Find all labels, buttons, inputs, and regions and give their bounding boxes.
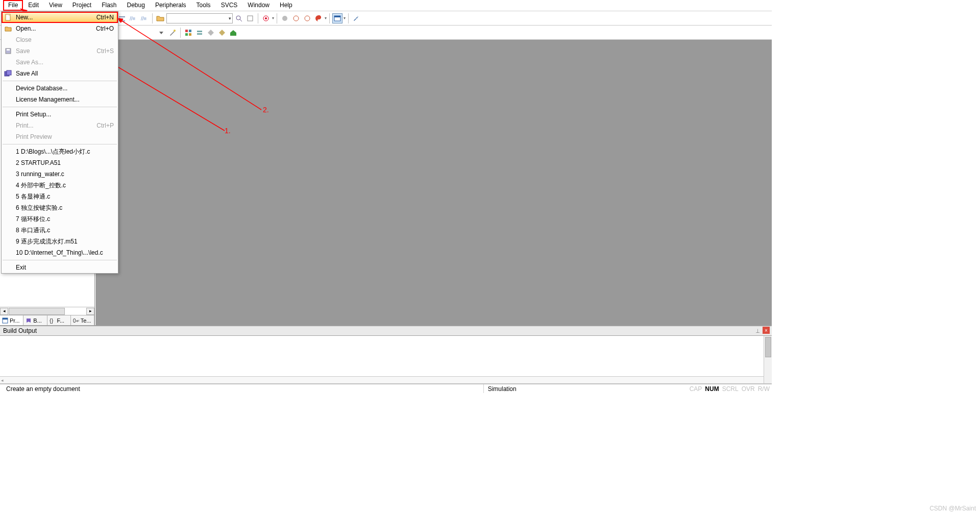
pin-icon[interactable]: ⟂ [756, 327, 760, 334]
blank-icon [4, 204, 13, 212]
find-combo[interactable]: ▾ [166, 13, 233, 23]
braces-icon: {} [50, 317, 56, 324]
tab-label: B... [33, 317, 42, 324]
folder-icon[interactable] [155, 13, 165, 23]
outdent-icon[interactable] [117, 13, 127, 23]
menu-item-label: 2 STARTUP.A51 [16, 159, 111, 166]
menu-project[interactable]: Project [67, 0, 96, 11]
file-menu-item[interactable]: 4 外部中断_控数.c [2, 180, 118, 191]
svg-rect-10 [334, 16, 340, 17]
file-menu-item[interactable]: Open...Ctrl+O [2, 23, 118, 34]
menu-peripherals[interactable]: Peripherals [150, 0, 191, 11]
stack-icon[interactable] [194, 28, 205, 38]
file-menu-item[interactable]: Device Database... [2, 83, 118, 94]
file-menu-item[interactable]: Exit [2, 262, 118, 273]
comment-icon[interactable]: //≡ [128, 13, 138, 23]
menu-help[interactable]: Help [275, 0, 298, 11]
svg-rect-3 [248, 16, 253, 21]
svg-point-11 [174, 30, 176, 32]
menu-item-label: Save As... [16, 59, 111, 66]
blank-icon [4, 181, 13, 189]
menu-item-label: 4 外部中断_控数.c [16, 181, 111, 190]
close-panel-icon[interactable]: × [763, 327, 770, 334]
find-in-files-icon[interactable] [245, 13, 255, 23]
tab-label: Pr... [10, 317, 20, 324]
sidebar-tab[interactable]: Pr... [0, 315, 23, 325]
sidebar-tab[interactable]: 0↵Te... [71, 315, 94, 325]
file-menu-item[interactable]: 7 循环移位.c [2, 213, 118, 225]
status-hint: Create an empty document [2, 384, 481, 393]
breakpoint3-icon[interactable] [302, 13, 312, 23]
svg-rect-15 [189, 33, 191, 36]
svg-point-2 [236, 16, 240, 20]
openfolder-icon [4, 25, 13, 33]
file-menu-item[interactable]: 5 各显神通.c [2, 191, 118, 202]
menu-item-label: Save [16, 47, 93, 55]
scroll-left-icon[interactable]: ◂ [0, 308, 8, 315]
blank-icon [4, 170, 13, 178]
sidebar-horizontal-scroll[interactable]: ◂ ▸ [0, 307, 94, 315]
sidebar-tab[interactable]: B... [23, 315, 47, 325]
diamond2-icon[interactable] [217, 28, 227, 38]
breakpoint2-icon[interactable] [291, 13, 301, 23]
svg-rect-24 [7, 49, 10, 51]
breakpoint1-icon[interactable] [280, 13, 290, 23]
menu-item-label: New... [16, 14, 93, 21]
svg-text:0↵: 0↵ [73, 318, 79, 324]
file-menu-item[interactable]: 6 独立按键实验.c [2, 202, 118, 213]
house-icon[interactable] [228, 28, 238, 38]
status-ovr: OVR [742, 385, 755, 393]
annotation-2: 2. [263, 106, 269, 114]
svg-point-8 [305, 16, 310, 21]
blank-icon [4, 237, 13, 246]
panel-vertical-scroll[interactable] [764, 336, 772, 383]
scroll-right-icon[interactable]: ▸ [86, 308, 94, 315]
wrench-icon[interactable] [351, 13, 361, 23]
file-menu-item[interactable]: License Management... [2, 94, 118, 105]
status-mode: Simulation [483, 384, 688, 393]
file-menu-item[interactable]: New...Ctrl+N [2, 12, 118, 23]
file-menu-item[interactable]: 8 串口通讯.c [2, 225, 118, 236]
menu-item-shortcut: Ctrl+P [96, 122, 114, 129]
file-menu-item[interactable]: 3 running_water.c [2, 168, 118, 180]
menu-svcs[interactable]: SVCS [216, 0, 243, 11]
debug-icon[interactable] [261, 13, 271, 23]
status-cap: CAP [690, 385, 702, 393]
menu-file[interactable]: File [3, 0, 23, 11]
file-menu-item[interactable]: Save All [2, 68, 118, 79]
svg-point-5 [265, 17, 267, 19]
find-icon[interactable] [234, 13, 244, 23]
file-menu-item[interactable]: Print Setup... [2, 109, 118, 120]
file-menu-item[interactable]: 2 STARTUP.A51 [2, 157, 118, 168]
wand-icon[interactable] [167, 28, 178, 38]
menu-edit[interactable]: Edit [23, 0, 44, 11]
file-menu-dropdown: New...Ctrl+NOpen...Ctrl+OCloseSaveCtrl+S… [1, 11, 118, 274]
svg-rect-19 [3, 318, 8, 320]
menu-tools[interactable]: Tools [191, 0, 216, 11]
blocks-icon[interactable] [183, 28, 193, 38]
sidebar-tab[interactable]: {}F... [47, 315, 71, 325]
build-output-title: Build Output ⟂ × [0, 326, 772, 336]
diamond1-icon[interactable] [206, 28, 216, 38]
blank-icon [4, 58, 13, 66]
menu-view[interactable]: View [44, 0, 67, 11]
editor-area [95, 40, 772, 325]
file-menu-item[interactable]: 10 D:\Internet_Of_Thing\...\led.c [2, 247, 118, 258]
menu-debug[interactable]: Debug [122, 0, 150, 11]
panel-horizontal-scroll[interactable]: ◂ [0, 376, 764, 383]
menu-item-label: 3 running_water.c [16, 170, 111, 178]
tool-dropdown-icon[interactable] [156, 28, 166, 38]
window-icon[interactable] [332, 13, 342, 23]
uncomment-icon[interactable]: //≡ [139, 13, 150, 23]
palette-icon[interactable] [313, 13, 324, 23]
status-r/w: R/W [758, 385, 770, 393]
file-menu-item[interactable]: 1 D:\Blogs\...\点亮led小灯.c [2, 146, 118, 157]
scroll-thumb[interactable] [9, 308, 65, 315]
menu-flash[interactable]: Flash [96, 0, 121, 11]
file-menu-item[interactable]: 9 逐步完成流水灯.m51 [2, 236, 118, 247]
menu-window[interactable]: Window [242, 0, 275, 11]
svg-rect-12 [185, 30, 188, 32]
svg-rect-13 [189, 30, 191, 32]
menu-bar: FileEditViewProjectFlashDebugPeripherals… [0, 0, 772, 11]
menu-item-shortcut: Ctrl+N [96, 14, 114, 21]
